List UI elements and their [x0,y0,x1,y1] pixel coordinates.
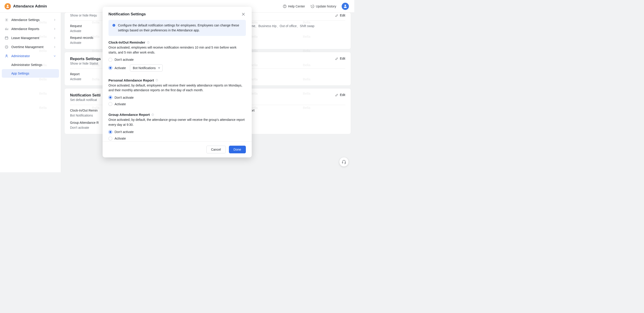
svg-rect-15 [342,162,343,163]
cancel-button[interactable]: Cancel [206,146,226,153]
close-icon[interactable] [241,12,246,17]
svg-point-2 [6,19,7,20]
info-banner: Configure the default notification setti… [108,20,246,36]
modal-title: Notification Settings [108,12,241,16]
radio-label: Activate [114,66,126,70]
app-title: Attendance Admin [13,4,47,8]
nav-label: Overtime Management [11,45,44,49]
radio-icon [108,95,112,99]
edit-button[interactable]: Edit [335,93,345,97]
nav-administrator[interactable]: Administrator [2,51,59,60]
svg-point-10 [148,43,148,43]
svg-rect-16 [345,162,346,163]
help-icon[interactable] [151,113,154,116]
nav-attendance-settings[interactable]: Attendance Settings [2,15,59,24]
edit-label: Edit [340,13,345,17]
help-center-link[interactable]: Help Center [283,4,305,8]
help-center-label: Help Center [288,4,305,8]
section-desc-3: Once activated, by default, the attendan… [108,117,246,127]
radio-icon [108,130,112,134]
radio-label: Don't activate [114,58,134,61]
help-icon[interactable] [147,41,150,44]
svg-point-8 [114,24,114,25]
support-button[interactable] [340,157,348,166]
radio-s2-on[interactable]: Activate [108,102,246,106]
nav-sub-app-settings[interactable]: App Settings [2,69,59,78]
radio-icon [108,102,112,106]
notification-method-select[interactable]: Bot Notifications [130,64,163,72]
nav-label: Administrator [11,54,30,58]
edit-button[interactable]: Edit [335,57,345,60]
svg-point-12 [157,81,157,81]
section-title-1: Clock-In/Out Reminder [108,40,145,44]
svg-point-5 [6,55,7,56]
nav-leave-management[interactable]: Leave Management [2,33,59,42]
app-logo [4,3,11,9]
types-value-visible: me、Business trip、Out of office、Shift swa… [251,24,345,28]
info-text: Configure the default notification setti… [118,23,242,33]
nav-attendance-reports[interactable]: Attendance Reports [2,24,59,33]
svg-point-1 [285,7,285,7]
radio-s3-off[interactable]: Don't activate [108,130,246,134]
nav-sub-admin-settings[interactable]: Administrator Settings [2,60,59,69]
info-icon [112,23,116,27]
radio-s1-off[interactable]: Don't activate [108,58,246,62]
partial-label: ort [251,109,345,112]
notification-settings-modal: Notification Settings Configure the defa… [102,7,252,157]
svg-rect-7 [114,25,114,26]
radio-label: Don't activate [114,130,134,134]
radio-label: Activate [114,137,126,140]
section-desc-2: Once activated, by default, employees wi… [108,83,246,93]
done-button[interactable]: Done [229,146,246,153]
update-history-label: Update history [316,4,336,8]
section-title-3: Group Attendance Report [108,113,150,116]
section-desc-1: Once activated, employees will receive n… [108,45,246,55]
help-icon[interactable] [155,79,158,82]
radio-s2-off[interactable]: Don't activate [108,95,246,99]
radio-label: Don't activate [114,96,134,99]
radio-label: Activate [114,102,126,106]
edit-button[interactable]: Edit [335,13,345,17]
radio-icon [108,58,112,62]
nav-label: Attendance Reports [11,27,39,31]
radio-icon [108,137,112,140]
edit-label: Edit [340,57,345,60]
svg-point-14 [152,115,153,115]
radio-s1-on[interactable]: Activate Bot Notifications [108,64,246,72]
radio-icon [108,66,112,70]
avatar[interactable] [342,3,349,10]
edit-label: Edit [340,93,345,97]
nav-overtime-management[interactable]: Overtime Management [2,42,59,51]
section-title-2: Personal Attendance Report [108,78,154,82]
headset-icon [342,160,346,164]
nav-label: Attendance Settings [11,18,40,22]
nav-label: Leave Management [11,36,39,40]
update-history-link[interactable]: Update history [310,4,336,8]
radio-s3-on[interactable]: Activate [108,137,246,140]
svg-rect-3 [5,37,8,39]
